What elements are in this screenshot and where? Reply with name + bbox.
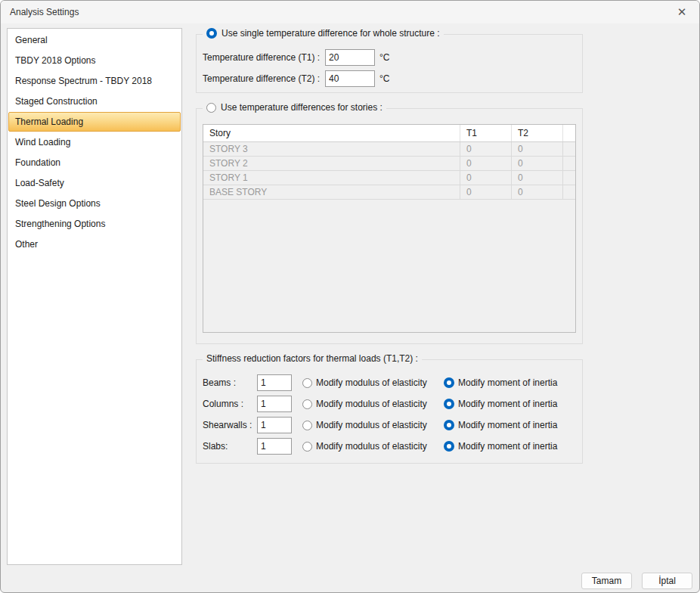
story-temp-radio-label: Use temperature differences for stories … bbox=[221, 102, 383, 113]
single-temp-group: Use single temperature difference for wh… bbox=[196, 34, 583, 93]
slabs-row: Slabs: Modify modulus of elasticity Modi… bbox=[197, 436, 582, 457]
slabs-modulus-radio[interactable] bbox=[302, 442, 312, 452]
close-icon[interactable]: ✕ bbox=[674, 4, 690, 20]
shearwalls-label: Shearwalls : bbox=[203, 420, 257, 430]
shearwalls-factor-input[interactable] bbox=[257, 417, 292, 433]
t1-cell: 0 bbox=[460, 142, 512, 156]
window-title: Analysis Settings bbox=[10, 7, 79, 17]
cancel-button[interactable]: İptal bbox=[642, 573, 692, 589]
story-table: Story T1 T2 STORY 3 0 0 STORY 2 0 0 bbox=[203, 124, 576, 333]
t1-cell: 0 bbox=[460, 185, 512, 199]
table-row[interactable]: STORY 1 0 0 bbox=[203, 171, 575, 185]
t1-cell: 0 bbox=[460, 157, 512, 170]
slabs-inertia-radio[interactable] bbox=[444, 441, 454, 452]
t2-unit: °C bbox=[379, 73, 389, 84]
sidebar-item-tbdy-2018-options[interactable]: TBDY 2018 Options bbox=[8, 51, 181, 70]
single-temp-radio-label: Use single temperature difference for wh… bbox=[221, 28, 440, 39]
stiffness-group-head: Stiffness reduction factors for thermal … bbox=[203, 353, 422, 364]
sidebar-item-other[interactable]: Other bbox=[8, 234, 181, 254]
sidebar-item-thermal-loading[interactable]: Thermal Loading bbox=[8, 112, 181, 132]
slabs-factor-input[interactable] bbox=[257, 438, 292, 455]
header-t1: T1 bbox=[460, 125, 512, 141]
story-cell: STORY 2 bbox=[203, 157, 460, 170]
sidebar-item-staged-construction[interactable]: Staged Construction bbox=[8, 92, 181, 111]
shearwalls-modulus-radio[interactable] bbox=[302, 421, 312, 430]
ok-button[interactable]: Tamam bbox=[581, 573, 632, 589]
story-temp-radio[interactable] bbox=[206, 103, 216, 113]
t1-cell: 0 bbox=[460, 171, 512, 185]
t1-input[interactable] bbox=[325, 49, 375, 66]
sidebar-item-wind-loading[interactable]: Wind Loading bbox=[8, 132, 181, 152]
header-story: Story bbox=[203, 125, 460, 141]
inertia-option-label: Modify moment of inertia bbox=[458, 420, 557, 430]
inertia-option-label: Modify moment of inertia bbox=[458, 399, 557, 409]
stiffness-group-label: Stiffness reduction factors for thermal … bbox=[206, 353, 418, 364]
story-cell: STORY 3 bbox=[203, 142, 460, 156]
single-temp-radio[interactable] bbox=[206, 28, 217, 39]
t1-row: Temperature difference (T1) : °C bbox=[197, 47, 582, 68]
story-cell: BASE STORY bbox=[203, 185, 460, 199]
t2-cell: 0 bbox=[512, 185, 563, 199]
t2-cell: 0 bbox=[512, 171, 563, 185]
beams-modulus-radio[interactable] bbox=[302, 378, 312, 388]
beams-factor-input[interactable] bbox=[257, 374, 292, 391]
main-panel: Use single temperature difference for wh… bbox=[196, 28, 583, 464]
sidebar-item-general[interactable]: General bbox=[8, 30, 181, 50]
modulus-option-label: Modify modulus of elasticity bbox=[316, 399, 427, 409]
t2-cell: 0 bbox=[512, 157, 563, 170]
shearwalls-row: Shearwalls : Modify modulus of elasticit… bbox=[197, 414, 582, 436]
slabs-label: Slabs: bbox=[203, 441, 257, 452]
table-row[interactable]: BASE STORY 0 0 bbox=[203, 185, 575, 200]
analysis-settings-dialog: Analysis Settings ✕ General TBDY 2018 Op… bbox=[0, 0, 700, 593]
single-temp-group-head: Use single temperature difference for wh… bbox=[203, 28, 444, 39]
columns-inertia-radio[interactable] bbox=[444, 399, 454, 409]
modulus-option-label: Modify modulus of elasticity bbox=[316, 420, 427, 430]
sidebar-item-strengthening-options[interactable]: Strengthening Options bbox=[8, 214, 181, 234]
columns-row: Columns : Modify modulus of elasticity M… bbox=[197, 393, 582, 414]
sidebar-item-response-spectrum-tbdy-2018[interactable]: Response Spectrum - TBDY 2018 bbox=[8, 71, 181, 91]
beams-row: Beams : Modify modulus of elasticity Mod… bbox=[197, 372, 582, 393]
story-cell: STORY 1 bbox=[203, 171, 460, 185]
table-row[interactable]: STORY 2 0 0 bbox=[203, 157, 575, 171]
t2-input[interactable] bbox=[325, 70, 375, 87]
t1-unit: °C bbox=[379, 52, 389, 63]
t2-row: Temperature difference (T2) : °C bbox=[197, 68, 582, 89]
modulus-option-label: Modify modulus of elasticity bbox=[316, 377, 427, 388]
sidebar-item-foundation[interactable]: Foundation bbox=[8, 153, 181, 172]
columns-modulus-radio[interactable] bbox=[302, 399, 312, 409]
shearwalls-inertia-radio[interactable] bbox=[444, 420, 454, 430]
header-filler bbox=[563, 125, 575, 141]
titlebar: Analysis Settings ✕ bbox=[1, 1, 699, 23]
inertia-option-label: Modify moment of inertia bbox=[458, 377, 557, 388]
columns-factor-input[interactable] bbox=[257, 396, 292, 412]
sidebar: General TBDY 2018 Options Response Spect… bbox=[7, 28, 182, 565]
columns-label: Columns : bbox=[203, 399, 257, 409]
table-row[interactable]: STORY 3 0 0 bbox=[203, 142, 575, 157]
inertia-option-label: Modify moment of inertia bbox=[458, 441, 557, 452]
t2-cell: 0 bbox=[512, 142, 563, 156]
sidebar-item-steel-design-options[interactable]: Steel Design Options bbox=[8, 194, 181, 213]
t1-label: Temperature difference (T1) : bbox=[203, 52, 325, 63]
story-table-header: Story T1 T2 bbox=[203, 125, 575, 142]
sidebar-item-load-safety[interactable]: Load-Safety bbox=[8, 173, 181, 193]
story-temp-group: Use temperature differences for stories … bbox=[196, 108, 583, 344]
beams-inertia-radio[interactable] bbox=[444, 377, 454, 388]
modulus-option-label: Modify modulus of elasticity bbox=[316, 441, 427, 452]
header-t2: T2 bbox=[512, 125, 563, 141]
stiffness-group: Stiffness reduction factors for thermal … bbox=[196, 359, 583, 464]
t2-label: Temperature difference (T2) : bbox=[203, 73, 325, 84]
story-temp-group-head: Use temperature differences for stories … bbox=[203, 102, 386, 113]
beams-label: Beams : bbox=[203, 377, 257, 388]
